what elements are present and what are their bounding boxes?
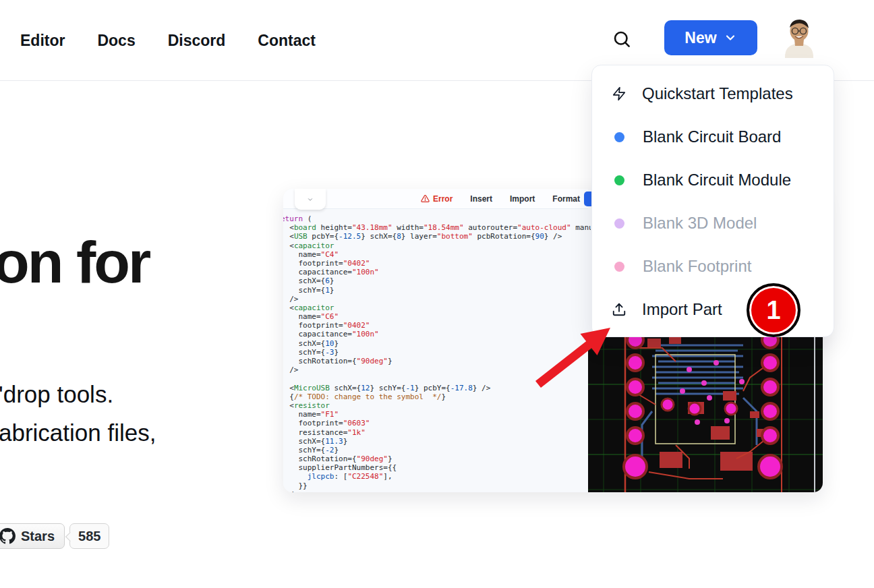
- code-line: schX={11.3}: [283, 437, 591, 446]
- nav-link-editor[interactable]: Editor: [20, 32, 65, 50]
- code-line: <resistor: [283, 401, 591, 410]
- caret-down-icon: [307, 196, 314, 203]
- annotation-arrow-icon: [533, 317, 620, 391]
- code-line: name="F1": [283, 410, 591, 419]
- avatar-photo: [781, 18, 817, 58]
- github-icon: [0, 528, 16, 544]
- code-line: capacitance="100n": [283, 268, 591, 276]
- editor-file-tab[interactable]: [295, 189, 326, 210]
- headline-fragment: on for: [0, 228, 149, 297]
- page: Editor Docs Discord Contact New: [0, 0, 874, 588]
- github-stars-widget: Stars 585: [0, 523, 109, 549]
- format-button[interactable]: Format: [552, 194, 580, 204]
- code-line: resistance="1k": [283, 428, 591, 437]
- new-button-label: New: [684, 29, 716, 47]
- nav-links: Editor Docs Discord Contact: [20, 0, 316, 81]
- menu-item-blank-footprint[interactable]: Blank Footprint: [592, 245, 834, 288]
- upload-icon: [611, 301, 627, 318]
- code-line: <capacitor: [283, 303, 591, 312]
- code-line: />: [283, 295, 591, 303]
- code-line: <USB pcbY={-12.5} schX={8} layer="bottom…: [283, 232, 591, 241]
- menu-item-label: Blank Footprint: [643, 257, 751, 276]
- green-dot-icon: [614, 175, 624, 185]
- code-line: schX={6}: [283, 276, 591, 285]
- code-line: }}: [283, 481, 591, 490]
- code-line: name="C4": [283, 250, 591, 259]
- menu-item-blank-3d-model[interactable]: Blank 3D Model: [592, 202, 834, 245]
- code-line: schY={1}: [283, 286, 591, 295]
- code-line: {/* TODO: change to the symbol */}: [283, 392, 591, 401]
- blue-dot-icon: [614, 132, 624, 142]
- error-indicator[interactable]: Error: [421, 194, 453, 204]
- star-count-value: 585: [78, 529, 100, 544]
- nav-link-discord[interactable]: Discord: [168, 32, 226, 50]
- code-line: supplierPartNumbers={{: [283, 463, 591, 472]
- zap-icon: [611, 86, 627, 102]
- chevron-down-icon: [724, 31, 737, 45]
- code-line: footprint="0402": [283, 259, 591, 268]
- code-line: /: [283, 490, 591, 492]
- error-label: Error: [433, 194, 453, 204]
- code-line: <board height="43.18mm" width="18.54mm" …: [283, 223, 591, 232]
- github-stars-label: Stars: [21, 529, 55, 544]
- menu-item-blank-circuit-board[interactable]: Blank Circuit Board: [592, 115, 834, 158]
- nav-link-contact[interactable]: Contact: [258, 32, 316, 50]
- code-line: schY={-2}: [283, 446, 591, 454]
- new-dropdown-menu: Quickstart Templates Blank Circuit Board…: [591, 65, 834, 337]
- hero-body-line: abrication files,: [0, 413, 156, 452]
- search-button[interactable]: [610, 28, 633, 51]
- menu-item-label: Blank Circuit Module: [643, 171, 791, 189]
- code-line: schRotation={"90deg"}: [283, 454, 591, 463]
- code-line: <capacitor: [283, 241, 591, 250]
- github-stars-button[interactable]: Stars: [0, 523, 65, 549]
- badge-number: 1: [766, 296, 780, 325]
- menu-item-label: Quickstart Templates: [642, 84, 793, 103]
- nav-link-docs[interactable]: Docs: [97, 32, 135, 50]
- menu-item-blank-circuit-module[interactable]: Blank Circuit Module: [592, 158, 834, 202]
- code-line: eturn (: [283, 214, 591, 223]
- code-line: jlcpcb: ["C22548"],: [283, 472, 591, 481]
- import-menu[interactable]: Import: [510, 194, 535, 204]
- purple-dot-icon: [614, 218, 624, 229]
- insert-menu[interactable]: Insert: [470, 194, 492, 204]
- search-icon: [612, 29, 632, 49]
- editor-toolbar: Error Insert Import Format: [283, 189, 588, 209]
- new-button[interactable]: New: [664, 20, 757, 55]
- code-line: footprint="0603": [283, 419, 591, 428]
- menu-item-label: Import Part: [642, 300, 722, 319]
- menu-item-quickstart-templates[interactable]: Quickstart Templates: [592, 72, 834, 115]
- menu-item-label: Blank 3D Model: [643, 214, 757, 233]
- github-star-count[interactable]: 585: [69, 523, 109, 549]
- menu-item-label: Blank Circuit Board: [643, 127, 781, 146]
- annotation-step-badge: 1: [747, 283, 800, 337]
- hero-body-text: 'drop tools. abrication files,: [0, 375, 156, 452]
- pink-dot-icon: [614, 262, 624, 272]
- avatar[interactable]: [781, 18, 817, 58]
- hero-body-line: 'drop tools.: [0, 375, 156, 413]
- warning-triangle-icon: [421, 194, 430, 203]
